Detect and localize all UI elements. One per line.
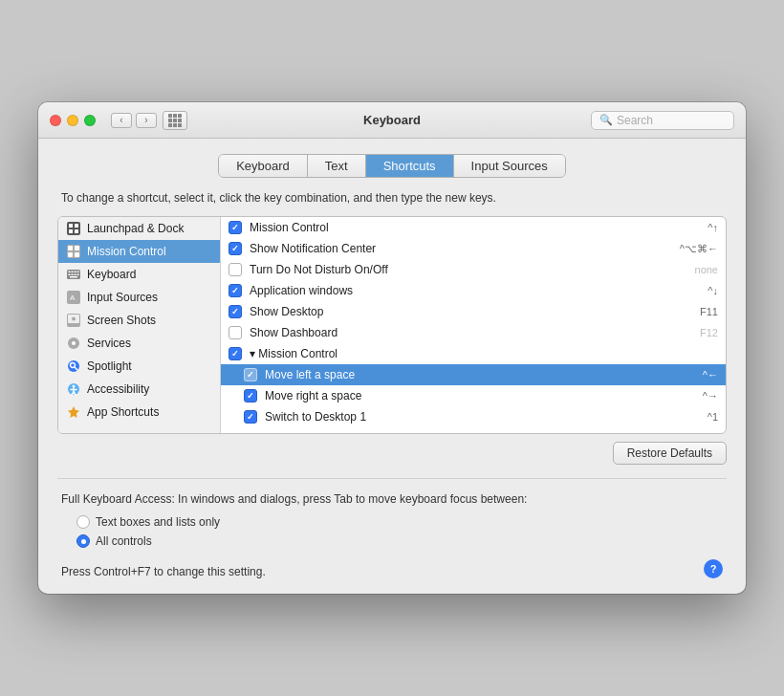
svg-rect-14 [77, 272, 79, 273]
svg-rect-12 [72, 272, 74, 273]
spotlight-icon [66, 359, 81, 374]
forward-button[interactable]: › [136, 113, 157, 128]
close-button[interactable] [50, 115, 61, 126]
tab-keyboard[interactable]: Keyboard [219, 155, 308, 177]
radio-circle-all-controls[interactable] [76, 534, 90, 548]
sidebar-label-mission-control: Mission Control [87, 245, 166, 258]
shortcut-name-move-left: Move left a space [265, 368, 663, 381]
sidebar-label-launchpad: Launchpad & Dock [87, 222, 184, 235]
sidebar-label-app-shortcuts: App Shortcuts [87, 405, 159, 419]
svg-rect-0 [67, 222, 80, 235]
back-button[interactable]: ‹ [111, 113, 132, 128]
shortcut-key-dnd: none [670, 264, 718, 275]
instruction-text: To change a shortcut, select it, click t… [61, 191, 727, 205]
shortcut-key-show-desktop: F11 [670, 306, 718, 317]
sidebar-label-services: Services [87, 337, 131, 350]
maximize-button[interactable] [84, 115, 96, 126]
svg-rect-15 [69, 274, 71, 276]
radio-all-controls[interactable]: All controls [76, 534, 723, 548]
sidebar-label-spotlight: Spotlight [87, 359, 132, 373]
tab-bar: Keyboard Text Shortcuts Input Sources [57, 154, 727, 178]
app-shortcuts-icon [66, 404, 81, 420]
shortcut-row-mission-control[interactable]: Mission Control ^↑ [221, 217, 726, 238]
checkbox-move-left[interactable] [244, 368, 257, 381]
checkbox-notification-center[interactable] [229, 242, 242, 255]
svg-rect-18 [77, 274, 79, 276]
sidebar-item-screenshots[interactable]: Screen Shots [58, 309, 220, 332]
shortcut-row-desktop-1[interactable]: Switch to Desktop 1 ^1 [221, 406, 726, 427]
radio-label-all-controls: All controls [96, 534, 152, 548]
shortcut-row-move-left[interactable]: Move left a space ^← [221, 364, 726, 385]
launchpad-icon [66, 221, 81, 236]
restore-area: Restore Defaults [57, 442, 727, 465]
tab-group: Keyboard Text Shortcuts Input Sources [218, 154, 566, 178]
restore-defaults-button[interactable]: Restore Defaults [613, 442, 727, 465]
checkbox-move-right[interactable] [244, 389, 257, 402]
tab-shortcuts[interactable]: Shortcuts [366, 155, 454, 177]
shortcut-row-show-desktop[interactable]: Show Desktop F11 [221, 301, 726, 322]
svg-rect-16 [72, 274, 74, 276]
shortcut-name-desktop-1: Switch to Desktop 1 [265, 410, 663, 424]
checkbox-section-mc[interactable] [229, 347, 242, 360]
checkbox-show-dashboard[interactable] [229, 326, 242, 339]
tab-text[interactable]: Text [308, 155, 366, 177]
checkbox-dnd[interactable] [229, 263, 242, 276]
shortcut-name-move-right: Move right a space [265, 389, 663, 402]
svg-text:A: A [70, 294, 76, 302]
shortcut-section-mission-control[interactable]: ▾ Mission Control [221, 343, 726, 364]
sidebar-item-spotlight[interactable]: Spotlight [58, 355, 220, 378]
help-button[interactable]: ? [704, 559, 723, 578]
checkbox-show-desktop[interactable] [229, 305, 242, 318]
sidebar-item-launchpad[interactable]: Launchpad & Dock [58, 217, 220, 240]
divider [57, 478, 727, 479]
shortcut-row-move-right[interactable]: Move right a space ^→ [221, 385, 726, 406]
screenshots-icon [66, 313, 81, 328]
shortcut-row-app-windows[interactable]: Application windows ^↓ [221, 280, 726, 301]
svg-rect-9 [75, 252, 79, 257]
radio-group: Text boxes and lists only All controls [76, 515, 723, 548]
svg-rect-3 [69, 229, 73, 233]
search-box[interactable]: 🔍 Search [591, 111, 734, 130]
services-icon [66, 336, 81, 351]
grid-icon [168, 114, 182, 127]
shortcut-key-app-windows: ^↓ [670, 285, 718, 296]
shortcut-key-mission-control: ^↑ [670, 222, 718, 233]
sidebar-label-keyboard: Keyboard [87, 268, 136, 281]
sidebar-item-app-shortcuts[interactable]: App Shortcuts [58, 401, 220, 424]
shortcut-section-label-mc: ▾ Mission Control [250, 347, 663, 360]
shortcut-name-show-desktop: Show Desktop [250, 305, 663, 318]
content-area: Keyboard Text Shortcuts Input Sources To… [38, 139, 746, 594]
svg-rect-6 [68, 246, 73, 250]
radio-text-boxes[interactable]: Text boxes and lists only [76, 515, 723, 529]
svg-rect-2 [75, 224, 78, 228]
svg-marker-36 [68, 406, 79, 418]
sidebar-item-input-sources[interactable]: A Input Sources [58, 286, 220, 309]
shortcut-row-dnd[interactable]: Turn Do Not Disturb On/Off none [221, 259, 726, 280]
shortcut-name-show-dashboard: Show Dashboard [250, 326, 663, 339]
checkbox-app-windows[interactable] [229, 284, 242, 297]
shortcut-name-mission-control: Mission Control [250, 221, 663, 234]
sidebar-item-accessibility[interactable]: Accessibility [58, 378, 220, 401]
checkbox-mission-control[interactable] [229, 221, 242, 234]
grid-button[interactable] [163, 111, 187, 130]
svg-rect-7 [75, 246, 79, 250]
shortcut-row-show-dashboard[interactable]: Show Dashboard F12 [221, 322, 726, 343]
shortcut-row-notification-center[interactable]: Show Notification Center ^⌥⌘← [221, 238, 726, 259]
checkbox-desktop-1[interactable] [244, 410, 257, 424]
fka-title: Full Keyboard Access: In windows and dia… [61, 492, 723, 506]
shortcut-name-dnd: Turn Do Not Disturb On/Off [250, 263, 663, 276]
shortcut-name-app-windows: Application windows [250, 284, 663, 297]
minimize-button[interactable] [67, 115, 78, 126]
tab-input-sources[interactable]: Input Sources [454, 155, 565, 177]
svg-point-31 [73, 385, 76, 388]
shortcut-key-show-dashboard: F12 [670, 327, 718, 338]
sidebar-label-input-sources: Input Sources [87, 291, 158, 304]
nav-buttons: ‹ › [111, 113, 157, 128]
sidebar: Launchpad & Dock Mission Control Keyboar… [58, 217, 221, 433]
sidebar-item-mission-control[interactable]: Mission Control [58, 240, 220, 263]
radio-circle-text-boxes[interactable] [76, 515, 90, 529]
sidebar-item-services[interactable]: Services [58, 332, 220, 355]
sidebar-item-keyboard[interactable]: Keyboard [58, 263, 220, 286]
search-icon: 🔍 [599, 114, 613, 126]
sidebar-label-screenshots: Screen Shots [87, 314, 156, 327]
